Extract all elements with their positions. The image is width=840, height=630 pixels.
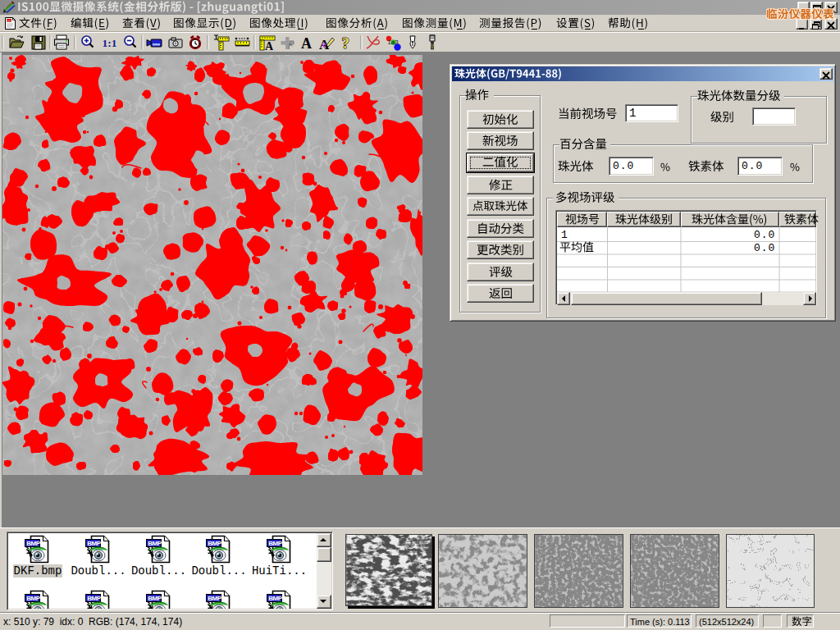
svg-text:?: ?	[342, 34, 350, 52]
svg-text:DOC: DOC	[7, 19, 15, 23]
svg-text:A: A	[301, 35, 312, 52]
svg-text:3: 3	[395, 39, 399, 46]
svg-text:A: A	[265, 40, 274, 52]
svg-text:1:1: 1:1	[103, 37, 117, 49]
